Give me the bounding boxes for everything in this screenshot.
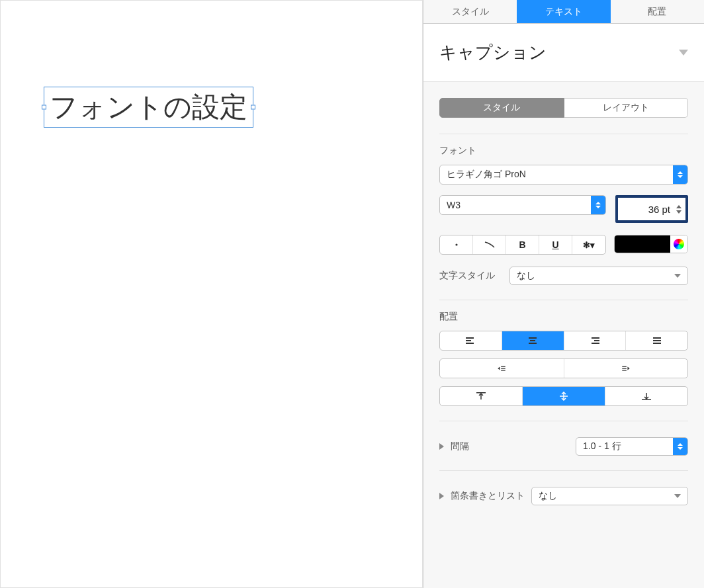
font-family-select[interactable]: ヒラギノ角ゴ ProN: [439, 165, 688, 185]
chevron-down-icon: [674, 274, 681, 278]
divider: [439, 470, 688, 471]
select-stepper-icon: [673, 438, 687, 455]
select-stepper-icon: [673, 165, 687, 184]
preset-name: キャプション: [439, 41, 547, 64]
divider: [439, 300, 688, 300]
valign-top-button[interactable]: [440, 387, 523, 405]
gear-icon: ✻▾: [583, 240, 595, 250]
svg-rect-10: [653, 337, 661, 339]
svg-rect-26: [642, 399, 651, 401]
char-style-label: 文字スタイル: [439, 270, 499, 282]
align-left-button[interactable]: [440, 331, 502, 350]
tab-arrange[interactable]: 配置: [611, 0, 704, 23]
selected-textbox[interactable]: フォントの設定: [44, 87, 253, 128]
svg-rect-6: [529, 343, 537, 344]
indent-group: [439, 358, 688, 378]
char-style-value: なし: [517, 270, 535, 282]
increase-indent-button[interactable]: [564, 359, 688, 378]
font-family-value: ヒラギノ角ゴ ProN: [447, 169, 526, 181]
svg-rect-16: [501, 370, 506, 370]
font-size-field[interactable]: 36 pt: [615, 195, 688, 223]
bullets-select[interactable]: なし: [531, 487, 688, 505]
font-section-label: フォント: [439, 145, 688, 157]
color-swatch: [615, 235, 670, 253]
divider: [439, 421, 688, 421]
svg-rect-17: [622, 366, 627, 367]
svg-rect-3: [466, 343, 474, 344]
svg-marker-13: [498, 367, 500, 370]
svg-rect-19: [622, 370, 627, 370]
alignment-section-label: 配置: [439, 311, 688, 323]
select-stepper-icon: [591, 196, 605, 214]
text-style-group: B U ✻▾: [439, 235, 606, 255]
font-size-value[interactable]: 36 pt: [618, 204, 674, 215]
resize-handle-left[interactable]: [42, 105, 46, 110]
vertical-alignment-group: [439, 386, 688, 406]
chevron-down-icon: [679, 50, 688, 56]
textbox-content: フォントの設定: [50, 91, 247, 122]
spacing-row: 間隔 1.0 - 1 行: [439, 437, 688, 456]
spacing-value: 1.0 - 1 行: [583, 441, 621, 452]
svg-point-0: [455, 243, 457, 245]
paragraph-style-preset[interactable]: キャプション: [423, 24, 704, 82]
bullets-value: なし: [539, 490, 557, 502]
svg-rect-1: [466, 337, 474, 339]
divider: [439, 134, 688, 134]
subtab-layout[interactable]: レイアウト: [564, 98, 689, 118]
svg-rect-9: [592, 343, 599, 344]
svg-rect-15: [501, 368, 506, 369]
decrease-indent-button[interactable]: [440, 359, 564, 378]
svg-rect-2: [466, 340, 471, 341]
text-color-well[interactable]: [614, 235, 688, 253]
document-canvas[interactable]: フォントの設定: [0, 0, 423, 588]
font-weight-select[interactable]: W3: [439, 195, 606, 215]
inspector-sidebar: スタイル テキスト 配置 キャプション スタイル レイアウト フォント ヒラギノ…: [423, 0, 704, 588]
strikethrough-button[interactable]: [440, 235, 473, 254]
svg-rect-18: [622, 368, 627, 369]
font-size-stepper[interactable]: [674, 205, 683, 214]
bullets-row: 箇条書きとリスト なし: [439, 487, 688, 505]
disclosure-triangle-icon[interactable]: [439, 443, 444, 450]
inspector-tabs: スタイル テキスト 配置: [423, 0, 704, 24]
shadow-button[interactable]: [473, 235, 506, 254]
svg-rect-4: [529, 337, 537, 339]
align-justify-button[interactable]: [626, 331, 687, 350]
svg-rect-14: [501, 366, 506, 367]
svg-rect-11: [653, 340, 661, 341]
horizontal-alignment-group: [439, 331, 688, 351]
disclosure-triangle-icon[interactable]: [439, 493, 444, 499]
valign-middle-button[interactable]: [523, 387, 605, 405]
chevron-down-icon: [674, 494, 681, 498]
resize-handle-right[interactable]: [251, 105, 255, 110]
bullets-label: 箇条書きとリスト: [451, 490, 525, 502]
spacing-label: 間隔: [451, 441, 469, 452]
color-picker-button[interactable]: [670, 235, 687, 253]
tab-style[interactable]: スタイル: [423, 0, 517, 23]
align-center-button[interactable]: [502, 331, 564, 350]
underline-button[interactable]: U: [539, 235, 572, 254]
char-style-select[interactable]: なし: [509, 267, 688, 285]
color-wheel-icon: [674, 239, 684, 249]
spacing-select[interactable]: 1.0 - 1 行: [576, 437, 688, 456]
valign-bottom-button[interactable]: [605, 387, 687, 405]
bold-button[interactable]: B: [506, 235, 539, 254]
svg-marker-20: [627, 367, 629, 370]
svg-rect-12: [653, 343, 661, 344]
font-weight-value: W3: [447, 200, 461, 210]
tab-text[interactable]: テキスト: [517, 0, 610, 23]
svg-rect-8: [594, 340, 599, 341]
svg-rect-5: [530, 340, 535, 341]
svg-rect-7: [592, 337, 599, 339]
text-options-gear[interactable]: ✻▾: [572, 235, 605, 254]
align-right-button[interactable]: [564, 331, 627, 350]
subtab-style[interactable]: スタイル: [439, 98, 564, 118]
style-layout-segmented: スタイル レイアウト: [439, 98, 688, 118]
